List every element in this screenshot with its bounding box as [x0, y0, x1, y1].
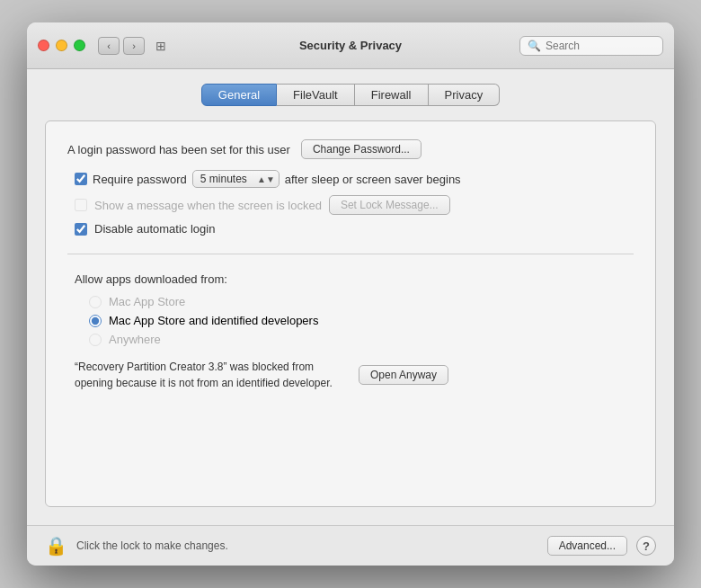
grid-button[interactable]: ⊞ — [150, 37, 172, 55]
tab-filevault[interactable]: FileVault — [277, 84, 355, 106]
anywhere-radio[interactable] — [89, 334, 102, 346]
minimize-button[interactable] — [56, 40, 67, 51]
open-anyway-button[interactable]: Open Anyway — [359, 365, 448, 385]
require-password-row: Require password immediately 5 seconds 1… — [75, 170, 634, 188]
help-button[interactable]: ? — [636, 536, 656, 556]
search-input[interactable] — [546, 40, 655, 52]
tab-privacy[interactable]: Privacy — [429, 84, 501, 106]
mac-and-identified-radio[interactable] — [89, 315, 102, 327]
blocked-notice: “Recovery Partition Creator 3.8” was blo… — [75, 359, 634, 391]
radio-mac-identified-row: Mac App Store and identified developers — [89, 314, 634, 327]
close-button[interactable] — [38, 40, 49, 51]
tabs-bar: General FileVault Firewall Privacy — [45, 84, 656, 106]
mac-app-store-label: Mac App Store — [109, 295, 185, 308]
search-bar: 🔍 — [519, 36, 663, 56]
main-window: ‹ › ⊞ Security & Privacy 🔍 General FileV… — [27, 22, 674, 566]
radio-mac-app-store-row: Mac App Store — [89, 295, 634, 308]
settings-panel: A login password has been set for this u… — [45, 120, 656, 507]
password-set-label: A login password has been set for this u… — [67, 143, 290, 156]
allow-apps-section: Allow apps downloaded from: Mac App Stor… — [67, 272, 634, 391]
show-message-checkbox[interactable] — [75, 199, 87, 211]
bottom-bar: 🔒 Click the lock to make changes. Advanc… — [27, 525, 674, 566]
password-section: A login password has been set for this u… — [67, 139, 634, 159]
set-lock-message-button[interactable]: Set Lock Message... — [329, 195, 450, 215]
blocked-text: “Recovery Partition Creator 3.8” was blo… — [75, 359, 344, 391]
lock-label: Click the lock to make changes. — [76, 539, 538, 552]
show-message-row: Show a message when the screen is locked… — [75, 195, 634, 215]
section-divider — [67, 254, 634, 254]
traffic-lights — [38, 40, 85, 51]
nav-buttons: ‹ › — [98, 37, 145, 55]
mac-app-store-radio[interactable] — [89, 296, 102, 308]
anywhere-label: Anywhere — [109, 333, 161, 346]
require-password-label: Require password — [93, 173, 187, 186]
change-password-button[interactable]: Change Password... — [301, 139, 421, 159]
tab-firewall[interactable]: Firewall — [355, 84, 429, 106]
after-sleep-label: after sleep or screen saver begins — [285, 173, 461, 186]
disable-autologin-row: Disable automatic login — [75, 222, 634, 236]
window-title: Security & Privacy — [299, 39, 402, 52]
advanced-button[interactable]: Advanced... — [547, 536, 627, 556]
radio-anywhere-row: Anywhere — [89, 333, 634, 346]
disable-autologin-checkbox[interactable] — [75, 223, 87, 236]
require-password-checkbox[interactable] — [75, 173, 87, 185]
disable-autologin-label: Disable automatic login — [94, 222, 215, 236]
titlebar: ‹ › ⊞ Security & Privacy 🔍 — [27, 22, 674, 69]
time-select[interactable]: immediately 5 seconds 1 minute 5 minutes… — [192, 170, 280, 188]
time-select-wrapper: immediately 5 seconds 1 minute 5 minutes… — [192, 170, 280, 188]
forward-button[interactable]: › — [123, 37, 145, 55]
maximize-button[interactable] — [74, 40, 85, 51]
search-icon: 🔍 — [528, 40, 541, 52]
tab-general[interactable]: General — [201, 84, 277, 106]
show-message-label: Show a message when the screen is locked — [94, 199, 322, 212]
back-button[interactable]: ‹ — [98, 37, 120, 55]
allow-apps-title: Allow apps downloaded from: — [75, 272, 634, 286]
lock-icon[interactable]: 🔒 — [45, 535, 67, 557]
mac-and-identified-label: Mac App Store and identified developers — [109, 314, 318, 327]
content-area: General FileVault Firewall Privacy A log… — [27, 69, 674, 525]
